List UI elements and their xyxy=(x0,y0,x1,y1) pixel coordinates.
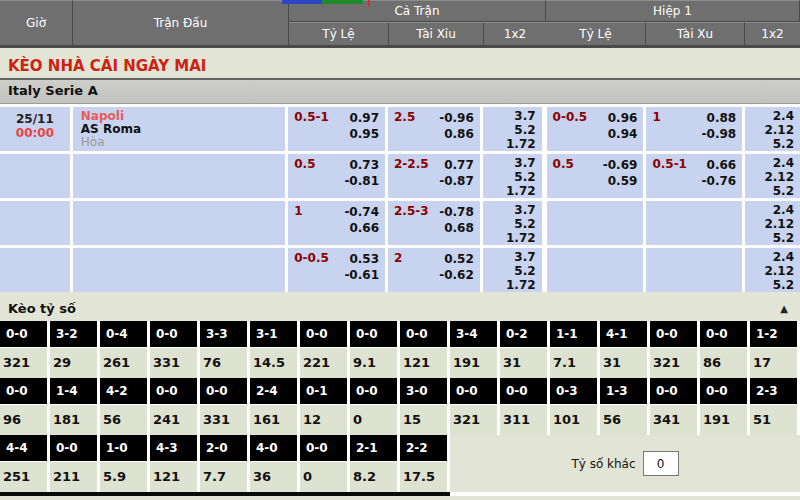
odds-value: 5.2 xyxy=(745,137,794,151)
score-odds[interactable]: 31 xyxy=(600,348,647,378)
col-header-time: Giờ xyxy=(0,0,73,46)
score-odds[interactable]: 29 xyxy=(50,348,97,378)
score-odds[interactable]: 341 xyxy=(650,405,697,435)
h1-1x2-cell: 2.4 2.12 5.2 xyxy=(745,107,800,151)
total-line: 2.5 xyxy=(394,110,415,151)
ft-1x2-cell: 3.7 5.2 1.72 xyxy=(483,154,542,198)
score-section-title: Kèo tỷ số xyxy=(8,301,76,316)
away-team[interactable]: AS Roma xyxy=(81,123,285,136)
score-odds[interactable]: 17.5 xyxy=(400,462,447,492)
total-line: 2 xyxy=(394,251,402,292)
ft-handicap-cell: 1 -0.740.66 xyxy=(288,201,385,245)
score-label: 3-1 xyxy=(250,321,297,347)
score-odds[interactable]: 56 xyxy=(600,405,647,435)
score-label: 0-0 xyxy=(700,378,747,404)
score-odds[interactable]: 161 xyxy=(250,405,297,435)
score-odds[interactable]: 86 xyxy=(700,348,747,378)
odds-value: 0.86 xyxy=(439,126,474,142)
score-section-header: Kèo tỷ số ▲ xyxy=(0,295,800,321)
odds-value: 2.12 xyxy=(745,170,794,184)
handicap-line: 1 xyxy=(294,204,302,245)
odds-value: 5.2 xyxy=(745,278,794,292)
score-odds[interactable]: 241 xyxy=(150,405,197,435)
ft-handicap-cell: 0-0.5 0.53-0.61 xyxy=(288,248,385,292)
match-teams-cell xyxy=(73,201,285,245)
h1-handicap-cell: 0.5 -0.690.59 xyxy=(547,154,644,198)
match-date: 25/11 xyxy=(0,112,70,126)
score-odds[interactable]: 121 xyxy=(400,348,447,378)
score-label: 1-3 xyxy=(600,378,647,404)
handicap-line: 0.5-1 xyxy=(294,110,329,151)
score-odds[interactable]: 331 xyxy=(150,348,197,378)
score-odds[interactable]: 211 xyxy=(50,462,97,492)
other-score-input[interactable] xyxy=(643,451,679,476)
decor-strip-green xyxy=(322,0,363,4)
odds-value: -0.87 xyxy=(439,173,474,189)
odds-value: 0.88 xyxy=(702,110,737,126)
score-odds[interactable]: 36 xyxy=(250,462,297,492)
score-odds[interactable]: 321 xyxy=(0,348,47,378)
odds-value: -0.76 xyxy=(702,173,737,189)
score-odds[interactable]: 191 xyxy=(450,348,497,378)
score-label: 0-0 xyxy=(400,321,447,347)
match-time-cell xyxy=(0,248,70,292)
collapse-arrow-icon[interactable]: ▲ xyxy=(780,303,788,314)
score-odds[interactable]: 331 xyxy=(200,405,247,435)
score-label: 4-1 xyxy=(600,321,647,347)
score-odds[interactable]: 261 xyxy=(100,348,147,378)
col-header-first-half: Hiệp 1 xyxy=(546,0,800,22)
score-odds[interactable]: 321 xyxy=(650,348,697,378)
score-label: 3-4 xyxy=(450,321,497,347)
score-odds[interactable]: 14.5 xyxy=(250,348,297,378)
match-kickoff-time: 00:00 xyxy=(0,126,70,140)
score-odds[interactable]: 181 xyxy=(50,405,97,435)
score-label: 0-0 xyxy=(0,378,47,404)
ft-overunder-cell: 2.5 -0.960.86 xyxy=(388,107,480,151)
match-teams-cell[interactable]: Napoli AS Roma Hòa xyxy=(73,107,285,151)
odds-value: 0.52 xyxy=(439,251,474,267)
score-odds[interactable]: 51 xyxy=(750,405,797,435)
score-odds[interactable]: 311 xyxy=(500,405,547,435)
score-odds[interactable]: 0 xyxy=(300,462,347,492)
odds-row: 1 -0.740.66 2.5-3 -0.780.68 3.7 5.2 1.72… xyxy=(0,201,800,245)
score-odds[interactable]: 31 xyxy=(500,348,547,378)
score-odds[interactable]: 9.1 xyxy=(350,348,397,378)
score-label: 0-0 xyxy=(150,378,197,404)
score-odds[interactable]: 56 xyxy=(100,405,147,435)
score-odds[interactable]: 321 xyxy=(450,405,497,435)
score-odds[interactable]: 101 xyxy=(550,405,597,435)
score-row: 4-4251 0-0211 1-05.9 4-3121 2-07.7 4-036… xyxy=(0,435,800,492)
ft-overunder-cell: 2.5-3 -0.780.68 xyxy=(388,201,480,245)
score-odds[interactable]: 12 xyxy=(300,405,347,435)
score-odds[interactable]: 96 xyxy=(0,405,47,435)
score-label: 1-4 xyxy=(50,378,97,404)
odds-value: -0.69 xyxy=(603,157,638,173)
score-odds[interactable]: 7.1 xyxy=(550,348,597,378)
score-odds[interactable]: 17 xyxy=(750,348,797,378)
score-odds[interactable]: 76 xyxy=(200,348,247,378)
score-label: 0-0 xyxy=(150,321,197,347)
odds-value: 5.2 xyxy=(745,184,794,198)
decor-strip-red xyxy=(368,0,370,7)
odds-value: 0.53 xyxy=(344,251,379,267)
score-label: 0-0 xyxy=(500,378,547,404)
score-odds[interactable]: 5.9 xyxy=(100,462,147,492)
score-odds[interactable]: 121 xyxy=(150,462,197,492)
total-line: 1 xyxy=(652,110,660,151)
col-header-h1-1x2: 1x2 xyxy=(745,22,800,46)
score-odds[interactable]: 251 xyxy=(0,462,47,492)
ft-1x2-cell: 3.7 5.2 1.72 xyxy=(483,201,542,245)
odds-value: 0.66 xyxy=(702,157,737,173)
score-label: 2-0 xyxy=(200,435,247,461)
score-odds[interactable]: 7.7 xyxy=(200,462,247,492)
odds-value: 3.7 xyxy=(483,203,536,217)
odds-value: -0.61 xyxy=(344,267,379,283)
score-odds[interactable]: 221 xyxy=(300,348,347,378)
odds-value: 2.4 xyxy=(745,156,794,170)
score-odds[interactable]: 191 xyxy=(700,405,747,435)
score-odds[interactable]: 8.2 xyxy=(350,462,397,492)
score-odds[interactable]: 0 xyxy=(350,405,397,435)
col-header-h1-handicap: Tỷ Lệ xyxy=(546,22,646,46)
match-time-cell: 25/11 00:00 xyxy=(0,107,70,151)
score-odds[interactable]: 15 xyxy=(400,405,447,435)
